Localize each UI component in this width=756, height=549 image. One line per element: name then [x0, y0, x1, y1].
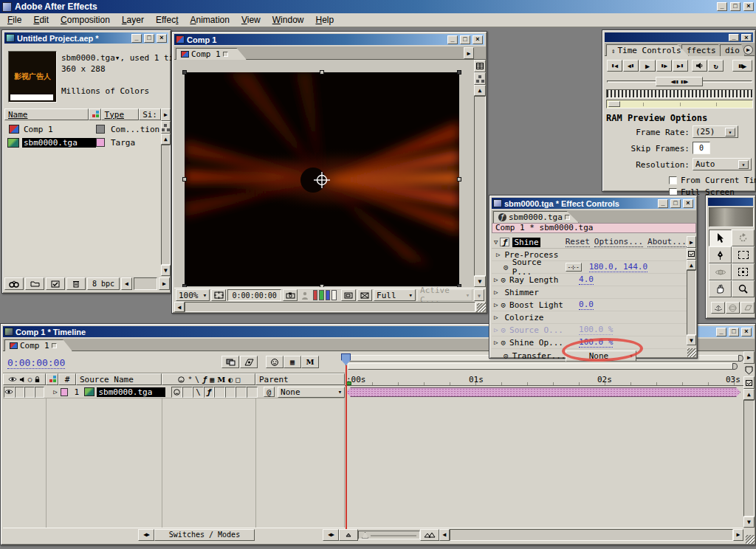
play-button[interactable]: ▶: [639, 60, 656, 72]
comp-flowchart-button[interactable]: [474, 72, 486, 85]
first-frame-button[interactable]: ▮◀: [607, 60, 622, 72]
stopwatch-icon[interactable]: ⊙: [501, 300, 506, 310]
menu-file[interactable]: File: [1, 13, 27, 27]
status-more-button[interactable]: ▾: [474, 289, 484, 301]
timeline-resize-grip[interactable]: [746, 535, 755, 544]
project-flowchart-button[interactable]: [161, 121, 171, 134]
layer-lock-toggle[interactable]: [35, 387, 45, 398]
show-snapshot-button[interactable]: [299, 289, 311, 301]
timeline-time-display[interactable]: 0:00:00:00: [7, 357, 65, 369]
playhead-line[interactable]: [346, 365, 347, 529]
comp-scroll-down[interactable]: ▼: [474, 276, 486, 287]
menu-edit[interactable]: Edit: [27, 13, 55, 27]
work-area-end-handle[interactable]: [738, 355, 743, 362]
work-area-start-marker[interactable]: [346, 381, 351, 385]
navigator-end-handle[interactable]: [732, 363, 738, 370]
ec-minimize-button[interactable]: _: [658, 199, 668, 208]
parent-pickwhip[interactable]: @: [264, 387, 275, 397]
boost-light-value[interactable]: 0.0: [579, 300, 594, 310]
shine-expander-icon[interactable]: ▽: [494, 238, 498, 246]
row-expander-icon[interactable]: ▷: [494, 301, 498, 308]
audio-column-icon[interactable]: [19, 376, 26, 383]
zoom-in-button[interactable]: [420, 529, 439, 541]
find-button[interactable]: [4, 277, 24, 290]
safe-zones-button[interactable]: [211, 289, 226, 301]
stopwatch-icon[interactable]: ⊙: [504, 351, 509, 361]
menu-layer[interactable]: Layer: [116, 13, 150, 27]
ec-scroll-up[interactable]: ▲: [687, 260, 696, 270]
channel-alpha-swatch[interactable]: [331, 290, 337, 300]
parent-dropdown[interactable]: None▾: [278, 387, 345, 398]
frame-rate-dropdown[interactable]: (25)▾: [693, 125, 738, 138]
shuttle-track[interactable]: [606, 100, 753, 108]
selection-handle[interactable]: [457, 177, 461, 182]
layer-effects-switch[interactable]: ƒ: [204, 387, 215, 398]
layer-frame-blend-switch[interactable]: [214, 387, 225, 398]
selection-tool[interactable]: [709, 229, 732, 246]
enable-motion-blur-button[interactable]: M: [301, 356, 319, 368]
project-hscroll-left[interactable]: ◀: [121, 277, 132, 290]
comp-button[interactable]: [743, 376, 755, 389]
project-hscroll-right[interactable]: ▶: [159, 277, 170, 290]
ec-maximize-button[interactable]: □: [670, 199, 681, 208]
project-scroll-down[interactable]: ▼: [161, 265, 171, 276]
timeline-maximize-button[interactable]: □: [729, 328, 739, 336]
region-of-interest-button[interactable]: [341, 289, 356, 301]
layer-duration-bar[interactable]: [346, 387, 740, 397]
app-maximize-button[interactable]: □: [730, 2, 740, 11]
layer-quality-switch[interactable]: \: [193, 387, 204, 398]
expand-column-button[interactable]: ◀▶: [138, 529, 154, 541]
list-item-footage[interactable]: sbm0000.tga Targa: [4, 136, 161, 149]
zoom-slider-track[interactable]: [358, 531, 420, 539]
comp-tab-menu-button[interactable]: ▶: [464, 47, 474, 59]
live-update-button[interactable]: [221, 356, 239, 368]
ec-menu-arrow-button[interactable]: ▶: [687, 236, 696, 248]
layer-motion-blur-switch[interactable]: [225, 387, 236, 398]
layer-audio-toggle[interactable]: [15, 387, 25, 398]
rectangle-mask-tool[interactable]: [732, 246, 755, 263]
selection-handle[interactable]: [457, 70, 461, 75]
project-scrollbar-track[interactable]: [161, 145, 171, 265]
stopwatch-icon[interactable]: ⊙: [504, 263, 509, 272]
menu-effect[interactable]: Effect: [150, 13, 185, 27]
options-link[interactable]: Options...: [594, 237, 643, 247]
column-header-type[interactable]: Type: [101, 108, 140, 120]
selection-handle[interactable]: [320, 284, 324, 287]
comp-resize-grip[interactable]: [477, 303, 486, 312]
comp-marker-bin[interactable]: [743, 364, 755, 376]
timeline-vscroll-track[interactable]: [743, 400, 755, 517]
ec-scroll-down[interactable]: ▼: [687, 335, 696, 345]
enable-frame-blend-button[interactable]: ▦: [284, 356, 301, 368]
prev-frame-button[interactable]: ◀▮: [623, 60, 639, 72]
orbit-camera-tool[interactable]: [709, 263, 732, 280]
tab-audio[interactable]: dio: [720, 44, 745, 56]
world-axis-mode-button[interactable]: [726, 302, 740, 314]
lock-column-icon[interactable]: [34, 376, 41, 383]
solo-column-icon[interactable]: ○: [28, 376, 32, 383]
palette-menu-button[interactable]: ▶: [743, 45, 753, 55]
comp-canvas[interactable]: [185, 72, 459, 286]
pen-tool[interactable]: [709, 246, 732, 263]
ec-close-button[interactable]: ×: [683, 199, 693, 208]
ray-length-value[interactable]: 4.0: [579, 274, 594, 285]
column-header-size[interactable]: Si:: [139, 108, 161, 120]
layer-video-toggle[interactable]: [4, 387, 15, 398]
menu-composition[interactable]: Composition: [55, 13, 116, 27]
ec-scrollbar-track[interactable]: [687, 270, 696, 335]
effect-point-button[interactable]: -⊹-: [566, 263, 582, 272]
timeline-quads-button[interactable]: [46, 373, 58, 385]
layer-expander-icon[interactable]: ▷: [53, 388, 57, 396]
sort-toggle-button[interactable]: [89, 108, 101, 120]
project-minimize-button[interactable]: _: [131, 34, 142, 43]
layer-color-swatch[interactable]: [61, 388, 69, 396]
about-link[interactable]: About...: [647, 237, 687, 247]
timeline-scroll-down[interactable]: ▼: [743, 517, 755, 528]
effect-controls-titlebar[interactable]: sbm0000.tga * Effect Controls _ □ ×: [492, 198, 695, 209]
rotation-tool[interactable]: [732, 229, 755, 246]
transparency-grid-button[interactable]: [357, 289, 372, 301]
effect-controls-tab[interactable]: ƒ sbm0000.tga: [493, 211, 579, 223]
time-controls-titlebar[interactable]: _ ×: [605, 32, 753, 42]
bit-depth-button[interactable]: 8 bpc: [87, 277, 120, 290]
time-controls-minimize-button[interactable]: _: [729, 34, 739, 41]
comp-tab[interactable]: Comp 1: [176, 48, 247, 60]
